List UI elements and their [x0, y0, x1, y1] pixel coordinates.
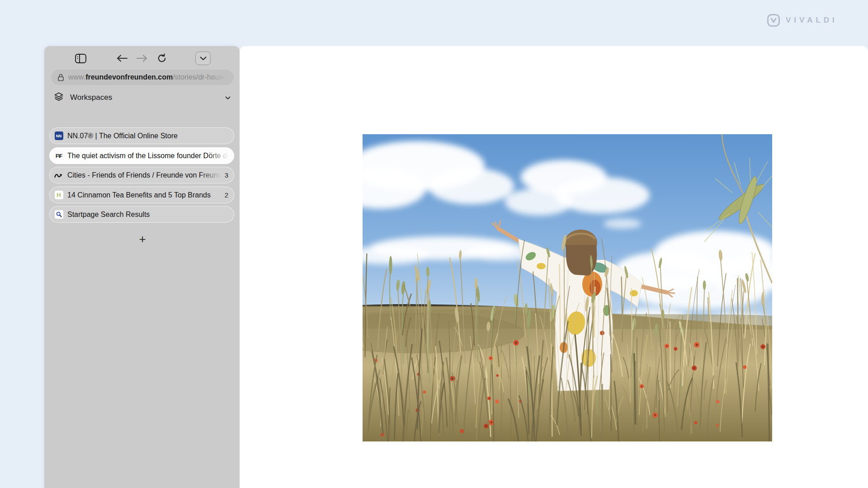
- tab-badge: 2: [225, 191, 228, 199]
- sidebar-toggle-button[interactable]: [74, 52, 87, 64]
- tab-title: Startpage Search Results: [67, 211, 228, 219]
- article-hero-photo: [363, 134, 772, 441]
- workspaces-label: Workspaces: [70, 93, 225, 102]
- fvf-favicon-icon: F\F: [54, 151, 63, 160]
- back-button[interactable]: [116, 52, 128, 64]
- nn07-favicon-icon: NN: [54, 131, 63, 141]
- h-favicon-icon: H: [54, 191, 63, 200]
- forward-arrow-icon: [136, 54, 148, 62]
- tab-cities-friends[interactable]: Cities - Friends of Friends / Freunde vo…: [49, 167, 234, 183]
- forward-button[interactable]: [136, 52, 148, 64]
- tab-cinnamon-tea[interactable]: H 14 Cinnamon Tea Benefits and 5 Top Bra…: [49, 187, 234, 203]
- page-actions-menu-button[interactable]: [195, 52, 211, 65]
- navigation-toolbar: [44, 51, 240, 66]
- new-tab-button[interactable]: +: [134, 231, 151, 247]
- tab-lissome-article-active[interactable]: F\F The quiet activism of the Lissome fo…: [49, 147, 234, 164]
- address-bar[interactable]: www.freundevonfreunden.com/stories/dr-ha…: [51, 70, 234, 85]
- url-prefix: www.: [68, 73, 85, 81]
- tab-startpage-search[interactable]: Startpage Search Results: [49, 206, 234, 223]
- chevron-down-icon: [225, 94, 231, 102]
- magnifier-favicon-icon: [54, 210, 63, 219]
- tab-badge: 3: [225, 171, 228, 179]
- vivaldi-icon: [767, 14, 780, 27]
- url-path: /stories/dr-hausc: [173, 73, 226, 81]
- webpage-content: [240, 46, 868, 488]
- vivaldi-logo: VIVALDI: [767, 14, 838, 27]
- chevron-down-icon: [200, 56, 207, 61]
- workspaces-selector[interactable]: Workspaces: [44, 89, 240, 106]
- tab-title: Cities - Friends of Friends / Freunde vo…: [67, 171, 221, 179]
- tab-title: 14 Cinnamon Tea Benefits and 5 Top Brand…: [67, 191, 221, 199]
- panel-toggle-icon: [75, 53, 87, 64]
- url-text: www.freundevonfreunden.com/stories/dr-ha…: [68, 73, 227, 81]
- browser-side-panel: www.freundevonfreunden.com/stories/dr-ha…: [44, 46, 240, 488]
- lock-icon: [57, 73, 64, 81]
- squiggle-arrow-icon: [54, 171, 63, 180]
- reload-icon: [156, 53, 167, 64]
- tab-title: The quiet activism of the Lissome founde…: [67, 152, 228, 160]
- vivaldi-logo-text: VIVALDI: [786, 16, 838, 25]
- back-arrow-icon: [116, 54, 128, 62]
- url-domain: freundevonfreunden.com: [85, 73, 173, 81]
- tab-nn07-store[interactable]: NN NN.07® | The Official Online Store: [49, 127, 234, 144]
- tab-title: NN.07® | The Official Online Store: [67, 132, 228, 140]
- reload-button[interactable]: [156, 52, 168, 64]
- layers-icon: [53, 91, 64, 104]
